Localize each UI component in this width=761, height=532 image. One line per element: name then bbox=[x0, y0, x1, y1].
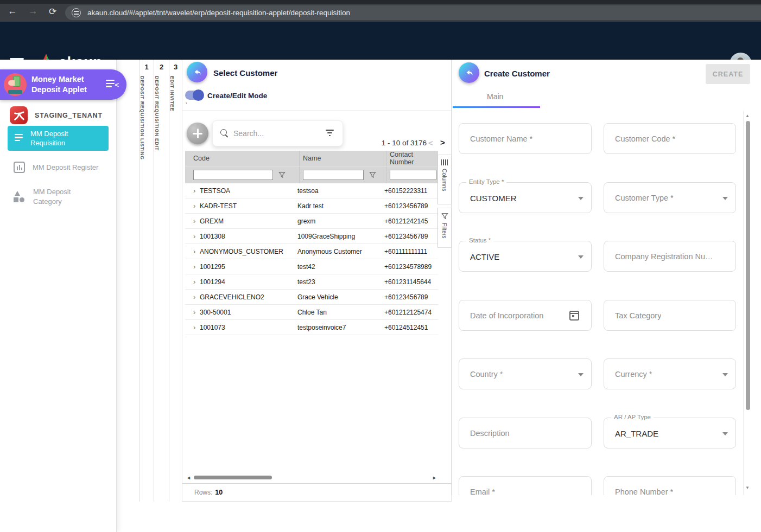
description-field[interactable]: Description bbox=[459, 418, 592, 448]
url-text: akaun.cloud/#/applet/tnt/wavelet/erp/dep… bbox=[87, 9, 350, 17]
calendar-icon[interactable] bbox=[569, 311, 579, 321]
table-row[interactable]: › 1001294 test23 +601231145644 bbox=[185, 274, 438, 290]
table-filter-row bbox=[185, 166, 438, 183]
tax-category-field[interactable]: Tax Category bbox=[604, 300, 736, 331]
cell-contact: +601212125474 bbox=[381, 309, 438, 316]
cell-contact: +601234578989 bbox=[381, 263, 438, 271]
field-label: Tax Category bbox=[615, 311, 661, 320]
row-expand-icon[interactable]: › bbox=[185, 247, 200, 255]
cell-name: Kadr test bbox=[294, 202, 381, 210]
scroll-left-icon[interactable]: ◄ bbox=[186, 475, 191, 480]
sidebar-item-mm-deposit-category[interactable]: MM Deposit Category bbox=[8, 187, 71, 207]
wizard-tab-1-deposit-requisition-listing[interactable]: 1 DEPOSIT REQUISITION LISTING bbox=[139, 60, 154, 502]
funnel-icon[interactable] bbox=[369, 171, 376, 178]
table-row[interactable]: › ANONYMOUS_CUSTOMER Anonymous Customer … bbox=[185, 244, 438, 259]
wizard-tab-3-edit-invitee[interactable]: 3 EDIT INVITEE bbox=[169, 60, 182, 502]
tab-main[interactable]: Main bbox=[487, 92, 503, 101]
sidebar-item-mm-deposit-requisition[interactable]: MM Deposit Requisition bbox=[8, 126, 109, 151]
tenant-row[interactable]: STAGING_TENANT bbox=[10, 106, 103, 124]
phone-number-field[interactable]: Phone Number * bbox=[604, 476, 736, 495]
cell-name: testsoa bbox=[294, 187, 381, 195]
customer-name-field[interactable]: Customer Name * bbox=[459, 123, 592, 154]
sidebar-item-mm-deposit-register[interactable]: MM Deposit Register bbox=[8, 162, 98, 173]
company-registration-number-field[interactable]: Company Registration Nu… bbox=[604, 241, 736, 272]
scroll-right-icon[interactable]: ► bbox=[432, 475, 437, 480]
cell-name: Grace Vehicle bbox=[294, 293, 381, 301]
table-row[interactable]: › KADR-TEST Kadr test +60123456789 bbox=[185, 198, 438, 214]
cell-contact: +60123456789 bbox=[381, 202, 438, 210]
row-expand-icon[interactable]: › bbox=[185, 278, 200, 286]
row-expand-icon[interactable]: › bbox=[185, 202, 200, 210]
columns-button[interactable]: Columns bbox=[437, 155, 452, 204]
screen: ← → ⟳ akaun.cloud/#/applet/tnt/wavelet/e… bbox=[0, 0, 761, 532]
entity-type-select[interactable]: Entity Type * CUSTOMER bbox=[459, 182, 592, 213]
table-row[interactable]: › GREXM grexm +60121242145 bbox=[185, 214, 438, 229]
browser-refresh-icon[interactable]: ⟳ bbox=[46, 6, 60, 17]
row-expand-icon[interactable]: › bbox=[185, 308, 200, 316]
wizard-tab-number: 3 bbox=[169, 63, 182, 71]
add-customer-button[interactable] bbox=[187, 123, 208, 144]
filters-button[interactable]: Filters bbox=[437, 208, 452, 248]
back-button[interactable] bbox=[459, 62, 479, 83]
money-deposit-icon bbox=[4, 73, 27, 96]
pagination-next-icon[interactable]: > bbox=[440, 138, 445, 147]
address-bar[interactable]: akaun.cloud/#/applet/tnt/wavelet/erp/dep… bbox=[65, 5, 761, 20]
table-row[interactable]: › GRACEVEHICLENO2 Grace Vehicle +6012345… bbox=[185, 290, 438, 305]
filter-input-contact[interactable] bbox=[390, 170, 436, 180]
row-expand-icon[interactable]: › bbox=[185, 293, 200, 301]
chevron-down-icon bbox=[578, 255, 584, 259]
search-input[interactable] bbox=[233, 129, 326, 138]
column-header-contact[interactable]: Contact Number bbox=[386, 151, 438, 166]
row-expand-icon[interactable]: › bbox=[185, 232, 200, 240]
customer-code-field[interactable]: Customer Code * bbox=[604, 123, 736, 154]
cell-name: test42 bbox=[294, 263, 381, 271]
status-select[interactable]: Status * ACTIVE bbox=[459, 241, 592, 272]
chevron-down-icon bbox=[722, 432, 728, 435]
filter-sort-icon[interactable] bbox=[326, 130, 334, 138]
chevron-down-icon bbox=[578, 197, 584, 200]
row-expand-icon[interactable]: › bbox=[185, 323, 200, 331]
browser-toolbar: ← → ⟳ akaun.cloud/#/applet/tnt/wavelet/e… bbox=[0, 4, 761, 22]
row-expand-icon[interactable]: › bbox=[185, 217, 200, 225]
horizontal-scrollbar[interactable]: ◄ ► bbox=[185, 473, 438, 482]
collapse-sidebar-icon[interactable]: < bbox=[106, 80, 119, 89]
filter-input-code[interactable] bbox=[193, 170, 273, 180]
table-row[interactable]: › 300-50001 Chloe Tan +601212125474 bbox=[185, 305, 438, 320]
currency-select[interactable]: Currency * bbox=[604, 358, 736, 389]
scroll-down-icon[interactable]: ▼ bbox=[745, 485, 750, 490]
table-row[interactable]: › 1001073 testposeinvoice7 +60124512451 bbox=[185, 320, 438, 335]
table-row[interactable]: › 1001308 1009GraceShipping +60123456789 bbox=[185, 229, 438, 244]
table-row[interactable]: › TESTSOA testsoa +60152223311 bbox=[185, 183, 438, 198]
email-field[interactable]: Email * bbox=[459, 476, 592, 495]
wizard-tab-2-deposit-requisition-edit[interactable]: 2 DEPOSIT REQUISITION EDIT bbox=[154, 60, 169, 502]
customer-type-select[interactable]: Customer Type * bbox=[604, 182, 736, 213]
site-settings-icon[interactable] bbox=[72, 8, 81, 17]
horizontal-scrollbar-thumb[interactable] bbox=[194, 476, 272, 479]
back-button[interactable] bbox=[187, 62, 207, 82]
vertical-scrollbar[interactable]: ▲ ▼ bbox=[743, 111, 751, 495]
column-header-name[interactable]: Name bbox=[300, 151, 386, 166]
vertical-scrollbar-thumb[interactable] bbox=[746, 121, 750, 410]
cell-contact: +601231145644 bbox=[381, 278, 438, 286]
field-label: Description bbox=[470, 429, 510, 438]
cell-code: GREXM bbox=[200, 217, 294, 225]
toggle-label: Create/Edit Mode bbox=[207, 92, 267, 100]
date-of-incorporation-field[interactable]: Date of Incorporation bbox=[459, 300, 592, 331]
column-header-code[interactable]: Code bbox=[185, 151, 300, 166]
ar-ap-type-select[interactable]: AR / AP Type AR_TRADE bbox=[604, 418, 736, 448]
row-expand-icon[interactable]: › bbox=[185, 262, 200, 271]
browser-back-icon[interactable]: ← bbox=[5, 6, 20, 17]
table-row[interactable]: › 1001295 test42 +601234578989 bbox=[185, 259, 438, 274]
wizard-tab-label: DEPOSIT REQUISITION EDIT bbox=[154, 76, 160, 151]
browser-forward-icon: → bbox=[26, 6, 40, 17]
applet-header[interactable]: Money Market Deposit Applet < bbox=[0, 69, 126, 100]
funnel-icon[interactable] bbox=[278, 171, 286, 178]
country-select[interactable]: Country * bbox=[459, 358, 592, 389]
scroll-up-icon[interactable]: ▲ bbox=[745, 113, 750, 118]
cell-name: Anonymous Customer bbox=[294, 248, 381, 255]
filter-input-name[interactable] bbox=[303, 170, 364, 180]
row-expand-icon[interactable]: › bbox=[185, 187, 200, 195]
create-button[interactable]: CREATE bbox=[706, 64, 750, 84]
chevron-down-icon bbox=[722, 197, 728, 200]
create-edit-mode-toggle[interactable] bbox=[185, 91, 203, 100]
